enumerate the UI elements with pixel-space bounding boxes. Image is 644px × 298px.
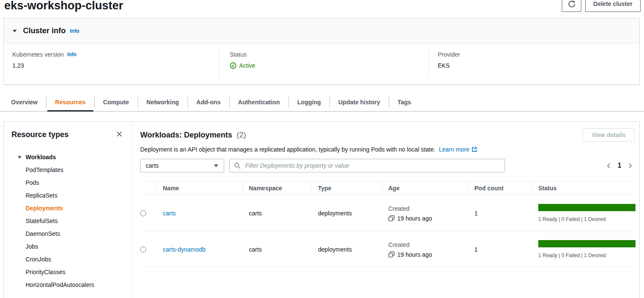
copy-icon[interactable] (388, 215, 395, 221)
sidebar-item-pods[interactable]: Pods (4, 176, 131, 189)
filter-search-input[interactable] (244, 162, 500, 169)
table-row: carts-dynamodb carts deployments Created… (140, 232, 635, 267)
status-ok-icon (230, 62, 237, 69)
view-details-label: View details (592, 132, 626, 138)
resource-tree: Workloads PodTemplates Pods ReplicaSets … (4, 148, 131, 291)
caret-down-icon (12, 29, 17, 33)
column-header-status: Status (532, 182, 635, 194)
sidebar-item-cronjobs[interactable]: CronJobs (4, 253, 131, 266)
chevron-left-icon[interactable] (605, 162, 612, 169)
filter-search-box (229, 159, 505, 172)
column-header-pod-count: Pod count (468, 182, 532, 194)
row-radio-button[interactable] (140, 210, 146, 216)
tab-authentication[interactable]: Authentication (230, 93, 289, 111)
tab-update-history[interactable]: Update history (330, 93, 389, 111)
view-details-button[interactable]: View details (583, 128, 635, 142)
chevron-right-icon[interactable] (627, 162, 634, 169)
external-link-icon (471, 146, 477, 152)
close-icon[interactable] (116, 131, 123, 138)
refresh-button[interactable] (562, 0, 581, 12)
status-label: Status (230, 50, 247, 59)
row-radio-button[interactable] (140, 246, 146, 252)
tab-bar: Overview Resources Compute Networking Ad… (0, 93, 644, 112)
tab-add-ons[interactable]: Add-ons (188, 93, 229, 111)
field-status: Status Active (219, 44, 429, 85)
resources-content-card: Resource types Workloads PodTemplates Po… (3, 121, 640, 298)
property-filter-dropdown[interactable]: carts (140, 159, 224, 172)
cluster-info-body: Kubernetes version Info 1.23 Status Acti… (4, 44, 639, 85)
field-kubernetes-version: Kubernetes version Info 1.23 (4, 44, 219, 85)
status-progress-bar (538, 204, 635, 211)
tree-group-label: Workloads (26, 154, 56, 160)
caret-down-icon (214, 163, 219, 168)
panel-count: (2) (237, 131, 246, 139)
delete-cluster-label: Delete cluster (593, 0, 632, 7)
panel-title-row: Workloads: Deployments (2) (140, 131, 246, 140)
sidebar-item-replicasets[interactable]: ReplicaSets (4, 189, 131, 202)
delete-cluster-button[interactable]: Delete cluster (585, 0, 641, 12)
pagination: 1 (605, 162, 635, 169)
refresh-icon (568, 0, 576, 8)
status-text: 1 Ready | 0 Failed | 1 Desired (538, 216, 635, 222)
sidebar-item-daemonsets[interactable]: DaemonSets (4, 227, 131, 240)
tab-overview[interactable]: Overview (3, 93, 46, 111)
kubernetes-version-info-link[interactable]: Info (67, 50, 77, 59)
status-value: Active (239, 61, 255, 70)
provider-label: Provider (438, 50, 460, 59)
resource-types-title: Resource types (12, 130, 69, 139)
pod-count-cell: 1 (474, 246, 478, 253)
tree-group-workloads[interactable]: Workloads (4, 151, 131, 163)
type-cell: deployments (318, 210, 352, 217)
table-row: carts carts deployments Created 19 hours… (140, 195, 635, 232)
copy-icon[interactable] (388, 251, 395, 258)
namespace-cell: carts (249, 210, 262, 217)
pagination-current-page[interactable]: 1 (618, 162, 621, 169)
type-cell: deployments (318, 246, 352, 253)
learn-more-link[interactable]: Learn more (439, 145, 478, 154)
cluster-info-card: Cluster info Info Kubernetes version Inf… (3, 18, 640, 85)
tab-compute[interactable]: Compute (95, 93, 138, 111)
sidebar-item-deployments[interactable]: Deployments (4, 202, 131, 215)
pod-count-cell: 1 (474, 210, 478, 217)
status-progress-bar (538, 240, 635, 247)
tab-resources[interactable]: Resources (46, 93, 94, 111)
deployment-name-link[interactable]: carts-dynamodb (163, 246, 205, 253)
namespace-cell: carts (249, 246, 262, 253)
deployments-table: Name Namespace Type Age Pod count Status… (140, 181, 635, 267)
sidebar-item-jobs[interactable]: Jobs (4, 240, 131, 253)
deployment-name-link[interactable]: carts (163, 210, 176, 217)
cluster-info-header[interactable]: Cluster info Info (4, 18, 639, 44)
column-header-namespace: Namespace (243, 182, 312, 194)
sidebar-item-priorityclasses[interactable]: PriorityClasses (4, 266, 131, 278)
resource-types-sidebar: Resource types Workloads PodTemplates Po… (4, 122, 132, 298)
sidebar-item-podtemplates[interactable]: PodTemplates (4, 163, 131, 176)
search-icon (234, 162, 241, 169)
age-created-label: Created (388, 205, 468, 212)
sidebar-item-statefulsets[interactable]: StatefulSets (4, 215, 131, 227)
age-value: 19 hours ago (397, 251, 432, 258)
sidebar-item-horizontalpodautoscalers[interactable]: HorizontalPodAutoscalers (4, 278, 131, 291)
field-provider: Provider EKS (429, 44, 640, 85)
cluster-info-title: Cluster info (23, 26, 66, 35)
panel-description: Deployment is an API object that manages… (140, 145, 436, 154)
provider-value: EKS (438, 61, 640, 70)
tab-logging[interactable]: Logging (289, 93, 329, 111)
table-header-row: Name Namespace Type Age Pod count Status (140, 181, 635, 195)
cluster-info-info-link[interactable]: Info (70, 28, 79, 34)
tab-networking[interactable]: Networking (138, 93, 188, 111)
tab-tags[interactable]: Tags (389, 93, 420, 111)
column-header-name: Name (156, 182, 243, 194)
column-header-type: Type (312, 182, 382, 194)
kubernetes-version-label: Kubernetes version (12, 50, 64, 59)
panel-title: Workloads: Deployments (140, 131, 232, 139)
age-value: 19 hours ago (397, 215, 432, 222)
column-header-age: Age (382, 182, 468, 194)
deployments-panel: Workloads: Deployments (2) View details … (132, 122, 639, 298)
caret-down-icon (17, 155, 22, 159)
status-text: 1 Ready | 0 Failed | 1 Desired (538, 252, 635, 258)
learn-more-label: Learn more (439, 145, 470, 154)
age-created-label: Created (388, 241, 468, 249)
kubernetes-version-value: 1.23 (12, 61, 219, 70)
page-title: eks-workshop-cluster (4, 0, 123, 13)
dropdown-value: carts (146, 162, 159, 169)
